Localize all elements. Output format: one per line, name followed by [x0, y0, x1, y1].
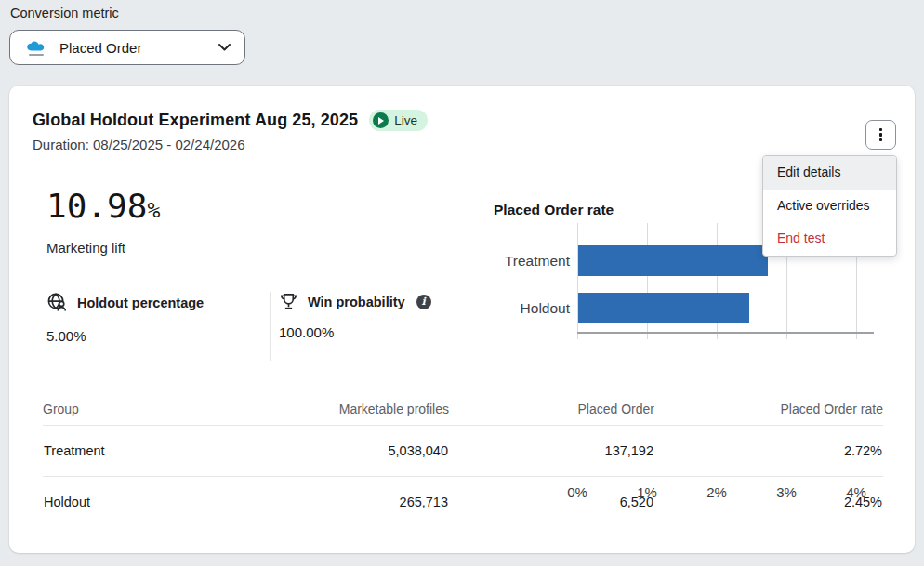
table-cell: 2.45%: [654, 477, 883, 528]
experiment-title: Global Holdout Experiment Aug 25, 2025: [33, 111, 358, 130]
table-cell: 5,038,040: [210, 426, 449, 477]
win-probability-value: 100.00%: [279, 324, 334, 340]
chart-category-label: Holdout: [455, 293, 570, 323]
table-cell: 6,520: [449, 477, 654, 528]
experiment-header: Global Holdout Experiment Aug 25, 2025 L…: [33, 110, 428, 131]
table-header: Group: [43, 401, 210, 426]
conversion-metric-value: Placed Order: [59, 40, 141, 56]
table-cell: 265,713: [210, 477, 449, 528]
table-body: Treatment5,038,040137,1922.72%Holdout265…: [43, 426, 883, 528]
table-cell: Holdout: [43, 477, 210, 528]
marketing-lift-label: Marketing lift: [46, 240, 125, 256]
play-icon: [373, 112, 389, 128]
win-probability-header: Win probability i: [279, 292, 431, 311]
experiment-card: Global Holdout Experiment Aug 25, 2025 L…: [9, 86, 915, 553]
trophy-icon: [279, 292, 298, 311]
table-cell: Treatment: [43, 426, 210, 477]
holdout-percentage-value: 5.00%: [46, 328, 86, 344]
conversion-metric-label: Conversion metric: [10, 6, 119, 20]
holdout-percentage-header: Holdout percentage: [46, 292, 204, 313]
more-actions-button[interactable]: [865, 120, 896, 150]
menu-item-edit-details[interactable]: Edit details: [763, 156, 896, 190]
info-icon[interactable]: i: [416, 295, 431, 309]
chevron-down-icon: [218, 43, 231, 52]
audience-globe-icon: [46, 292, 68, 313]
integration-cloud-icon: [25, 40, 47, 56]
experiment-duration: Duration: 08/25/2025 - 02/24/2026: [33, 137, 245, 152]
menu-item-end-test[interactable]: End test: [763, 222, 896, 256]
table-cell: 137,192: [449, 426, 654, 477]
x-axis: [577, 332, 874, 334]
win-probability-label: Win probability: [308, 295, 405, 309]
kebab-icon: [879, 128, 882, 131]
table-header: Placed Order rate: [654, 401, 883, 426]
table-row: Treatment5,038,040137,1922.72%: [43, 426, 883, 477]
table-row: Holdout265,7136,5202.45%: [43, 477, 883, 528]
menu-item-active-overrides[interactable]: Active overrides: [763, 190, 896, 223]
table-header: Placed Order: [449, 401, 654, 426]
marketing-lift-value: 10.98%: [46, 187, 160, 225]
table-header: Marketable profiles: [210, 401, 449, 426]
status-badge: Live: [369, 110, 428, 131]
chart-category-label: Treatment: [455, 245, 570, 276]
results-table: GroupMarketable profilesPlaced OrderPlac…: [43, 401, 883, 527]
conversion-metric-select[interactable]: Placed Order: [9, 30, 245, 65]
chart-title: Placed Order rate: [494, 202, 614, 218]
bar-holdout: [578, 293, 749, 323]
table-header-row: GroupMarketable profilesPlaced OrderPlac…: [43, 401, 883, 426]
status-badge-label: Live: [394, 113, 417, 127]
stat-divider: [270, 292, 271, 361]
bar-treatment: [578, 245, 768, 276]
table-cell: 2.72%: [654, 426, 883, 477]
holdout-percentage-label: Holdout percentage: [77, 296, 204, 310]
actions-menu: Edit detailsActive overridesEnd test: [762, 155, 897, 257]
